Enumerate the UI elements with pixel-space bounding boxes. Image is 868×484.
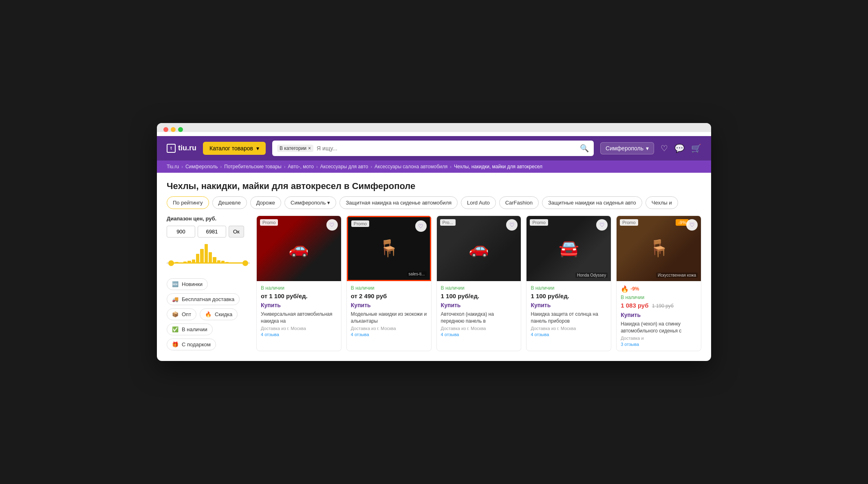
promo-badge-1: Promo bbox=[260, 219, 278, 226]
search-bar: В категории × 🔍 bbox=[272, 141, 594, 156]
chevron-down-icon: ▾ bbox=[327, 200, 330, 206]
catalog-button[interactable]: Каталог товаров ▾ bbox=[203, 142, 266, 155]
filter-with-gift[interactable]: 🎁 С подарком bbox=[167, 339, 216, 350]
price-ok-button[interactable]: Ок bbox=[229, 226, 244, 238]
promo-badge-5: Promo bbox=[620, 219, 638, 226]
product-body-4: В наличии 1 100 руб/ед. Купить Накидка з… bbox=[527, 281, 611, 341]
city-selector[interactable]: Симферополь ▾ bbox=[600, 142, 654, 154]
wholesale-icon: 📦 bbox=[172, 311, 178, 317]
promo-badge-4: Promo bbox=[530, 219, 548, 226]
product-card-5: 🪑 Promo -9% Искусственная кожа ♡ 🔥 -9% В… bbox=[616, 216, 701, 352]
product-price-2: от 2 490 руб bbox=[351, 293, 427, 299]
cart-icon[interactable]: 🛒 bbox=[691, 143, 701, 153]
in-stock-3: В наличии bbox=[441, 285, 517, 291]
logo[interactable]: t tiu.ru bbox=[167, 144, 196, 153]
delivery-3: Доставка из г. Москва bbox=[441, 326, 517, 331]
tab-city[interactable]: Симферополь ▾ bbox=[284, 196, 336, 209]
breadcrumb-accessories[interactable]: Аксессуары для авто bbox=[320, 164, 368, 169]
product-body-5: 🔥 -9% В наличии 1 083 руб 1 190 руб Купи… bbox=[617, 281, 701, 351]
favorite-btn-4[interactable]: ♡ bbox=[596, 219, 608, 231]
watermark-5: Искусственная кожа bbox=[656, 273, 698, 278]
filter-in-stock[interactable]: ✅ В наличии bbox=[167, 323, 213, 335]
reviews-3[interactable]: 4 отзыва bbox=[441, 332, 517, 337]
product-desc-1: Универсальная автомобильная накидка на bbox=[261, 311, 337, 325]
breadcrumb-city[interactable]: Симферополь bbox=[185, 164, 218, 169]
reviews-2[interactable]: 4 отзыва bbox=[351, 332, 427, 337]
reviews-5[interactable]: 3 отзыва bbox=[621, 342, 697, 347]
product-price-old-5: 1 190 руб bbox=[652, 303, 674, 309]
product-card-3: 🚗 Pro... ♡ В наличии 1 100 руб/ед. Купит… bbox=[436, 216, 522, 352]
in-stock-4: В наличии bbox=[531, 285, 607, 291]
product-image-3: 🚗 Pro... ♡ bbox=[437, 216, 521, 281]
filter-discount[interactable]: 🔥 Скидка bbox=[200, 308, 238, 320]
reviews-1[interactable]: 4 отзыва bbox=[261, 332, 337, 337]
filter-tabs: По рейтингу Дешевле Дороже Симферополь ▾… bbox=[157, 196, 711, 216]
logo-box: t bbox=[167, 144, 176, 153]
filter-new[interactable]: 🆕 Новинки bbox=[167, 278, 208, 290]
promo-badge-2: Promo bbox=[351, 220, 369, 227]
breadcrumb-sep-1: › bbox=[181, 164, 183, 169]
product-desc-2: Модельные накидки из экокожи и алькантар… bbox=[351, 311, 427, 325]
buy-btn-3[interactable]: Купить bbox=[441, 302, 461, 308]
breadcrumb-consumer[interactable]: Потребительские товары bbox=[224, 164, 281, 169]
price-inputs: Ок bbox=[167, 226, 250, 238]
favorite-btn-2[interactable]: ♡ bbox=[415, 220, 427, 232]
tab-protective-cover[interactable]: Защитная накидка на сиденье автомобиля bbox=[339, 196, 458, 209]
breadcrumb-salon[interactable]: Аксессуары салона автомобиля bbox=[375, 164, 447, 169]
product-desc-3: Авточехол (накидка) на переднюю панель в bbox=[441, 311, 517, 325]
price-min-input[interactable] bbox=[167, 226, 195, 238]
tab-cheaper[interactable]: Дешевле bbox=[212, 196, 247, 209]
in-stock-5: В наличии bbox=[621, 295, 697, 300]
search-button[interactable]: 🔍 bbox=[580, 144, 589, 153]
messages-icon[interactable]: 💬 bbox=[674, 143, 685, 153]
product-image-1: 🚗 Promo ♡ bbox=[257, 216, 341, 281]
price-range-title: Диапазон цен, руб. bbox=[167, 216, 250, 222]
product-price-1: от 1 100 руб/ед. bbox=[261, 293, 337, 299]
close-icon[interactable]: × bbox=[308, 145, 311, 151]
main-content: Диапазон цен, руб. Ок 🆕 Новинки bbox=[157, 216, 711, 361]
tab-by-rating[interactable]: По рейтингу bbox=[167, 196, 209, 209]
maximize-dot[interactable] bbox=[178, 127, 183, 132]
tab-lord-auto[interactable]: Lord Auto bbox=[461, 196, 496, 209]
category-label: В категории bbox=[280, 145, 306, 151]
tab-carfashion[interactable]: CarFashion bbox=[499, 196, 539, 209]
breadcrumb: Tiu.ru › Симферополь › Потребительские т… bbox=[157, 161, 711, 173]
favorites-icon[interactable]: ♡ bbox=[661, 143, 668, 153]
price-row-5: 1 083 руб 1 190 руб bbox=[621, 302, 697, 309]
breadcrumb-auto[interactable]: Авто-, мото bbox=[288, 164, 314, 169]
delivery-icon: 🚚 bbox=[172, 296, 178, 302]
close-dot[interactable] bbox=[163, 127, 168, 132]
product-image-4: 🚘 Promo Honda Odyssey ♡ bbox=[527, 216, 611, 281]
chevron-down-icon: ▾ bbox=[646, 145, 649, 152]
breadcrumb-sep-5: › bbox=[370, 164, 372, 169]
watermark-2: sales-ti... bbox=[407, 271, 427, 277]
slider-thumb-left[interactable] bbox=[168, 260, 174, 266]
tab-covers[interactable]: Чехлы и bbox=[645, 196, 678, 209]
product-image-2: 🪑 Promo sales-ti... ♡ bbox=[347, 216, 431, 281]
buy-btn-5[interactable]: Купить bbox=[621, 312, 641, 318]
favorite-btn-1[interactable]: ♡ bbox=[326, 219, 338, 231]
slider-fill bbox=[171, 262, 246, 264]
filter-wholesale-label: Опт bbox=[182, 311, 191, 317]
price-max-input[interactable] bbox=[198, 226, 226, 238]
filter-free-delivery[interactable]: 🚚 Бесплатная доставка bbox=[167, 293, 240, 305]
reviews-4[interactable]: 4 отзыва bbox=[531, 332, 607, 337]
filter-wholesale[interactable]: 📦 Опт bbox=[167, 308, 196, 320]
buy-btn-4[interactable]: Купить bbox=[531, 302, 551, 308]
breadcrumb-tiu[interactable]: Tiu.ru bbox=[167, 164, 179, 169]
search-category-tag[interactable]: В категории × bbox=[277, 145, 313, 152]
in-stock-2: В наличии bbox=[351, 285, 427, 291]
product-price-new-5: 1 083 руб bbox=[621, 302, 648, 309]
price-slider[interactable] bbox=[167, 243, 250, 272]
delivery-1: Доставка из г. Москва bbox=[261, 326, 337, 331]
favorite-btn-5[interactable]: ♡ bbox=[686, 219, 698, 231]
favorite-btn-3[interactable]: ♡ bbox=[506, 219, 518, 231]
buy-btn-2[interactable]: Купить bbox=[351, 302, 371, 308]
tab-protective-covers[interactable]: Защитные накидки на сиденья авто bbox=[542, 196, 642, 209]
search-input[interactable] bbox=[317, 145, 577, 152]
header-icons: ♡ 💬 🛒 bbox=[661, 143, 701, 153]
minimize-dot[interactable] bbox=[171, 127, 176, 132]
tab-expensive[interactable]: Дороже bbox=[250, 196, 281, 209]
slider-thumb-right[interactable] bbox=[242, 260, 248, 266]
buy-btn-1[interactable]: Купить bbox=[261, 302, 281, 308]
